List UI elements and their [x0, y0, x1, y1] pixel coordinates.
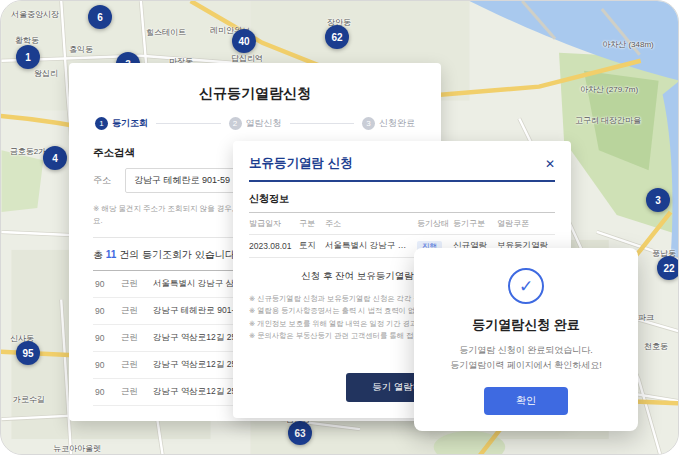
completion-title: 등기열람신청 완료: [430, 316, 622, 334]
map-cluster-marker[interactable]: 62: [325, 25, 349, 49]
completion-message: 등기열람 신청이 완료되었습니다. 등기열람이력 페이지에서 확인하세요!: [430, 343, 622, 374]
table-cell-address: 서울특별시 강남구 삼성동 141: [325, 240, 417, 252]
map-cluster-marker[interactable]: 40: [232, 29, 256, 53]
step-number: 1: [95, 117, 108, 130]
step-number: 2: [229, 117, 242, 130]
progress-step: 2열람신청: [229, 117, 282, 130]
row-number: 90: [95, 333, 121, 343]
row-type: 근린: [121, 386, 153, 398]
close-icon[interactable]: ✕: [545, 158, 555, 170]
progress-step: 1등기조회: [95, 117, 148, 130]
progress-steps: 1등기조회2열람신청3신청완료: [95, 117, 415, 130]
completion-line2: 등기열람이력 페이지에서 확인하세요!: [430, 358, 622, 373]
table-header-cell: 발급일자: [249, 218, 299, 229]
step-number: 3: [362, 117, 375, 130]
map-cluster-marker[interactable]: 63: [288, 421, 312, 445]
step-connector: [156, 123, 221, 124]
modal-header: 보유등기열람 신청 ✕: [249, 155, 555, 182]
step-label: 등기조회: [112, 117, 148, 130]
table-header-cell: 주소: [325, 218, 417, 229]
completion-line1: 등기열람 신청이 완료되었습니다.: [430, 343, 622, 358]
table-header-cell: 등기상태: [417, 218, 453, 229]
row-number: 90: [95, 387, 121, 397]
map-cluster-marker[interactable]: 95: [16, 341, 40, 365]
check-icon: ✓: [508, 268, 544, 304]
modal-title: 보유등기열람 신청: [249, 155, 352, 172]
result-count: 11: [106, 249, 117, 260]
map-cluster-marker[interactable]: 22: [657, 256, 679, 280]
summary-suffix: 건의 등기조회가 있습니다.: [116, 249, 237, 260]
table-header-cell: 구분: [299, 218, 325, 229]
map-cluster-marker[interactable]: 4: [43, 146, 67, 170]
step-label: 열람신청: [246, 117, 282, 130]
address-field-label: 주소: [93, 174, 117, 187]
summary-prefix: 총: [93, 249, 106, 260]
step-connector: [290, 123, 355, 124]
row-number: 90: [95, 279, 121, 289]
row-type: 근린: [121, 278, 153, 290]
row-number: 90: [95, 306, 121, 316]
table-header-cell: 등기구분: [453, 218, 497, 229]
map-cluster-marker[interactable]: 3: [646, 188, 670, 212]
row-number: 90: [95, 360, 121, 370]
panel-title: 신규등기열람신청: [93, 85, 417, 103]
row-type: 근린: [121, 332, 153, 344]
request-table-header: 발급일자구분주소등기상태등기구분열람쿠폰: [249, 212, 555, 235]
step-label: 신청완료: [379, 117, 415, 130]
map-cluster-marker[interactable]: 6: [88, 5, 112, 29]
table-cell-type: 토지: [299, 240, 325, 252]
app-window: 서울중앙시장황학동홍익동왕십리마장동힐스테이트레미안위브답십리역장안동아차산 (…: [0, 0, 679, 455]
table-header-cell: 열람쿠폰: [497, 218, 555, 229]
row-type: 근린: [121, 359, 153, 371]
table-cell-date: 2023.08.01: [249, 241, 299, 251]
map-cluster-marker[interactable]: 1: [16, 45, 40, 69]
confirm-button[interactable]: 확인: [484, 387, 568, 415]
request-info-heading: 신청정보: [249, 192, 555, 206]
progress-step: 3신청완료: [362, 117, 415, 130]
completion-dialog: ✓ 등기열람신청 완료 등기열람 신청이 완료되었습니다. 등기열람이력 페이지…: [414, 248, 638, 431]
row-type: 근린: [121, 305, 153, 317]
